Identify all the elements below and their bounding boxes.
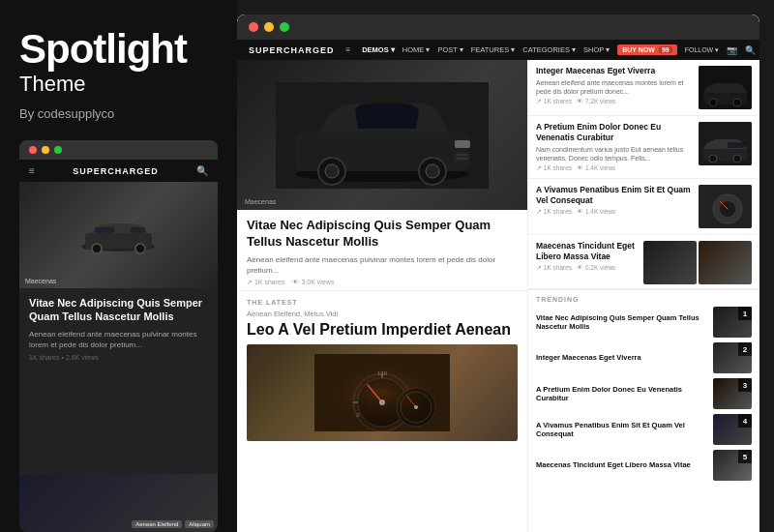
nav-item-categories[interactable]: CATEGORIES ▾: [522, 45, 576, 54]
hero-shares: ↗ 1K shares: [247, 279, 284, 286]
latest-author: Aenean Eleifend, Metus Vidi: [247, 310, 518, 318]
trending-1-num: 1: [738, 307, 752, 320]
right-article-3-title[interactable]: A Vivamus Penatibus Enim Sit Et Quam Vel…: [536, 185, 693, 206]
right-article-2-excerpt: Nam condimentum varius justo Eut aenean …: [536, 145, 693, 163]
trending-4-title[interactable]: A Vivamus Penatibus Enim Sit Et Quam Vel…: [536, 421, 707, 440]
right-article-1-text: Integer Maecenas Eget Viverra Aenean ele…: [536, 66, 693, 109]
speedometer-svg: 0 260 130: [314, 354, 450, 431]
thumb3-img-svg: [699, 185, 752, 228]
ra3-shares: ↗ 1K shares: [536, 208, 572, 216]
main-browser: SUPERCHARGED ≡ DEMOS ▾ HOME ▾ POST ▾ FEA…: [237, 15, 759, 532]
svg-point-3: [135, 244, 145, 253]
trending-item-2: Integer Maecenas Eget Viverra 2: [536, 342, 752, 373]
hero-car-image: [237, 60, 527, 210]
ra1-shares: ↗ 1K shares: [536, 98, 572, 105]
nav-item-shop[interactable]: SHOP ▾: [583, 45, 610, 54]
latest-article-image: 0 260 130: [247, 344, 518, 441]
right-top-articles: Integer Maecenas Eget Viverra Aenean ele…: [528, 60, 759, 289]
latest-article-title[interactable]: Leo A Vel Pretium Imperdiet Aenean: [247, 320, 518, 339]
svg-rect-4: [131, 227, 145, 233]
hero-article-title[interactable]: Vitae Nec Adipiscing Quis Semper Quam Te…: [247, 218, 518, 251]
hero-section: Maecenas: [237, 60, 527, 210]
hero-tag: Maecenas: [245, 198, 276, 205]
nav-item-post[interactable]: POST ▾: [437, 45, 462, 54]
svg-point-12: [426, 164, 439, 178]
mini-hero-image: [19, 182, 218, 288]
trending-2-text: Integer Maecenas Eget Viverra: [536, 353, 707, 363]
nav-item-features[interactable]: FEATURES ▾: [471, 45, 516, 54]
right-article-2-thumb: [699, 122, 752, 165]
dot-red: [249, 22, 258, 32]
svg-point-35: [709, 99, 717, 106]
mini-hamburger-icon[interactable]: ≡: [29, 165, 35, 176]
right-article-2: A Pretium Enim Dolor Donec Eu Venenatis …: [528, 116, 759, 179]
ra1-views: 👁 7.2K views: [577, 98, 615, 105]
mini-content: Vitae Nec Adipiscing Quis Semper Quam Te…: [19, 288, 218, 474]
svg-rect-5: [95, 227, 114, 233]
right-article-3-text: A Vivamus Penatibus Enim Sit Et Quam Vel…: [536, 185, 693, 228]
trending-5-num: 5: [738, 450, 752, 463]
mini-nav: ≡ SUPERCHARGED 🔍: [19, 160, 218, 182]
nav-menu-icon[interactable]: ≡: [346, 45, 351, 54]
latest-label: THE LATEST: [247, 299, 518, 306]
right-article-1-thumb: [699, 66, 752, 109]
right-article-maecenas-text: Maecenas Tincidunt Eget Libero Massa Vit…: [536, 241, 638, 284]
ra2-views: 👁 1.4K views: [577, 164, 615, 172]
mini-article-title: Vitae Nec Adipiscing Quis Semper Quam Te…: [29, 296, 208, 324]
right-maecenas-title[interactable]: Maecenas Tincidunt Eget Libero Massa Vit…: [536, 241, 638, 262]
buy-now-button[interactable]: BUY NOW 99: [617, 44, 676, 55]
right-article-2-title[interactable]: A Pretium Enim Dolor Donec Eu Venenatis …: [536, 122, 693, 143]
trending-1-title[interactable]: Vitae Nec Adipiscing Quis Semper Quam Te…: [536, 313, 707, 333]
nav-right-icons: FOLLOW ▾ 📷 🔍: [685, 45, 757, 55]
ra3-views: 👁 1.4K views: [577, 208, 615, 216]
thumb1-car-svg: [699, 66, 752, 109]
mini-dot-red: [29, 146, 37, 154]
mini-car-icon: [77, 216, 160, 254]
trending-item-3: A Pretium Enim Dolor Donec Eu Venenatis …: [536, 378, 752, 409]
nav-logo: SUPERCHARGED: [249, 45, 335, 55]
hero-article-info: Vitae Nec Adipiscing Quis Semper Quam Te…: [237, 210, 527, 291]
right-article-1-title[interactable]: Integer Maecenas Eget Viverra: [536, 66, 693, 76]
svg-rect-16: [456, 158, 467, 160]
left-panel: Spotlight Theme By codesupplyco ≡ SUPERC…: [0, 0, 237, 532]
trending-2-thumb: 2: [713, 342, 752, 373]
spotlight-title: Spotlight: [19, 29, 218, 70]
right-article-3-meta: ↗ 1K shares 👁 1.4K views: [536, 208, 693, 216]
mini-dot-yellow: [42, 146, 49, 154]
nav-item-demos[interactable]: DEMOS ▾: [362, 45, 395, 54]
latest-section: THE LATEST Aenean Eleifend, Metus Vidi L…: [237, 291, 527, 532]
trending-item-4: A Vivamus Penatibus Enim Sit Et Quam Vel…: [536, 414, 752, 445]
trending-5-thumb: 5: [713, 450, 752, 481]
hero-car-svg: [276, 82, 489, 189]
trending-4-thumb: 4: [713, 414, 752, 445]
hero-article-excerpt: Aenean eleifend ante maecenas pulvinar m…: [247, 254, 518, 276]
maecenas-thumb1: [643, 241, 697, 284]
hero-views: 👁 3.0K views: [292, 279, 334, 286]
mini-browser: ≡ SUPERCHARGED 🔍 Maecenas: [19, 140, 218, 532]
rm-views: 👁 0.2K views: [577, 264, 615, 272]
trending-item-5: Maecenas Tincidunt Eget Libero Massa Vit…: [536, 450, 752, 481]
site-navigation: SUPERCHARGED ≡ DEMOS ▾ HOME ▾ POST ▾ FEA…: [237, 40, 759, 60]
right-column: Integer Maecenas Eget Viverra Aenean ele…: [527, 60, 759, 532]
trending-5-title[interactable]: Maecenas Tincidunt Eget Libero Massa Vit…: [536, 460, 707, 470]
right-article-1: Integer Maecenas Eget Viverra Aenean ele…: [528, 60, 759, 116]
mini-search-icon[interactable]: 🔍: [196, 165, 208, 176]
trending-2-title[interactable]: Integer Maecenas Eget Viverra: [536, 353, 707, 363]
mini-bottom-badges: Aenean Eleifend Aliquam: [132, 520, 214, 528]
right-article-maecenas: Maecenas Tincidunt Eget Libero Massa Vit…: [528, 235, 759, 289]
svg-point-40: [733, 155, 741, 163]
nav-instagram-icon[interactable]: 📷: [727, 45, 737, 55]
nav-search-icon[interactable]: 🔍: [745, 45, 756, 55]
dot-green: [280, 22, 289, 32]
trending-2-num: 2: [738, 342, 752, 356]
nav-item-home[interactable]: HOME ▾: [402, 45, 431, 54]
mini-hero: Maecenas: [19, 182, 218, 288]
trending-3-title[interactable]: A Pretium Enim Dolor Donec Eu Venenatis …: [536, 385, 707, 404]
svg-rect-41: [728, 142, 745, 148]
thumb2-car-svg: [699, 122, 752, 165]
nav-follow[interactable]: FOLLOW ▾: [685, 46, 720, 54]
trending-4-num: 4: [738, 414, 752, 428]
right-maecenas-meta: ↗ 1K shares 👁 0.2K views: [536, 264, 638, 272]
mini-badge-2: Aliquam: [185, 520, 214, 528]
svg-point-36: [733, 99, 741, 106]
